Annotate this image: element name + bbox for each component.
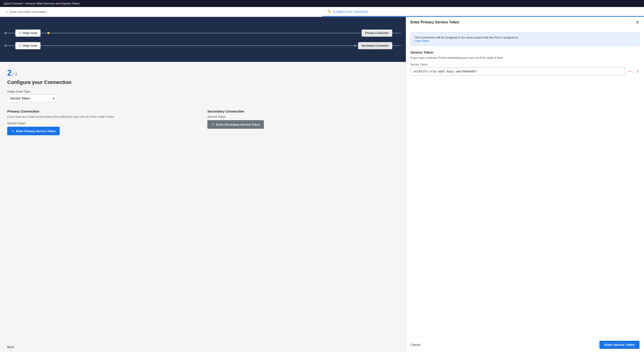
origin-asset-type-label: Origin Asset Type: [7, 90, 398, 93]
enter-service-token-label: Enter Service Token: [604, 343, 634, 347]
origin-asset-type-wrapper: Service Token ▾: [7, 95, 57, 102]
enter-primary-token-label: Enter Primary Service Token: [16, 129, 56, 133]
origin-label-1: Origin Asset: [22, 31, 37, 35]
step2-edit-icon: ✏️: [328, 10, 331, 13]
left-panel: ☐ Origin Asset Primary Connection: [0, 17, 406, 352]
modal-footer: Cancel Enter Service Token: [406, 337, 644, 352]
step-total: / 3: [12, 72, 17, 77]
dot-left-1: [4, 32, 6, 34]
service-token-desc: If you have a Service Token authorizing …: [410, 56, 640, 59]
plus-icon-primary: ＋: [11, 129, 14, 133]
arrow-indicator-icon: ←: [628, 69, 632, 74]
origin-icon-1: ☐: [19, 31, 21, 35]
diagram-line-secondary: ☐ Origin Asset Secondary Connection: [4, 42, 401, 49]
line-2c: [392, 45, 401, 46]
cancel-button[interactable]: Cancel: [410, 343, 420, 347]
yellow-dot-1: [47, 32, 50, 34]
content-area: 2 / 3 Configure your Connection Origin A…: [0, 62, 406, 342]
enter-secondary-token-label: Enter Secondary Service Token: [216, 123, 260, 126]
line-2b: [40, 45, 358, 46]
modal-title: Enter Primary Service Token: [410, 20, 460, 24]
token-input-row: ← ✓: [410, 67, 640, 75]
enter-primary-token-button[interactable]: ＋ Enter Primary Service Token: [7, 127, 60, 135]
step-indicator: 2 / 3: [7, 68, 398, 78]
step-2: ✏️ Configure your Connection: [322, 7, 644, 17]
primary-token-label: Service Token: [7, 122, 198, 125]
close-button[interactable]: ✕: [636, 20, 640, 24]
modal-header: Enter Primary Service Token ✕: [406, 17, 644, 28]
secondary-connection-section: Secondary Connection Service Token ＋ Ent…: [207, 109, 398, 135]
cancel-label: Cancel: [410, 343, 420, 347]
origin-asset-2: ☐ Origin Asset: [15, 42, 40, 49]
primary-connection-label: Primary Connection: [365, 31, 389, 35]
service-token-input[interactable]: [410, 67, 625, 75]
diagram-line-primary: ☐ Origin Asset Primary Connection: [4, 29, 401, 37]
step1-check-icon: ✓: [6, 10, 8, 14]
step2-label: Configure your Connection: [333, 10, 368, 13]
secondary-connection-node: Secondary Connection: [358, 42, 392, 49]
diagram-rows: ☐ Origin Asset Primary Connection: [4, 29, 401, 49]
page-title: Configure your Connection: [7, 79, 398, 85]
top-bar-title: Quick Connect - Amazon Web Services and …: [4, 2, 80, 5]
learn-more-link[interactable]: Learn More: [414, 39, 429, 42]
right-panel: Enter Primary Service Token ✕ This Conne…: [406, 17, 644, 352]
connections-grid: Primary Connection If you have an A-side…: [7, 109, 398, 135]
stepper: ✓ Enter Your AWS Information ✏️ Configur…: [0, 7, 644, 17]
dot-left-2: [4, 45, 6, 47]
service-token-heading: Service Token: [410, 50, 640, 54]
plus-icon-secondary: ＋: [211, 122, 214, 127]
secondary-connection-label: Secondary Connection: [362, 44, 389, 47]
step1-label: Enter Your AWS Information: [10, 10, 46, 13]
line-2a: [6, 45, 15, 46]
info-text: This Connection will be assigned to the …: [414, 36, 519, 39]
token-input-label: Service Token: [410, 63, 640, 66]
secondary-connection-title: Secondary Connection: [207, 109, 398, 113]
primary-connection-section: Primary Connection If you have an A-side…: [7, 109, 198, 135]
check-icon: ✓: [636, 69, 640, 74]
diagram-area: ☐ Origin Asset Primary Connection: [0, 17, 406, 62]
primary-connection-desc: If you have an A-side service token that…: [7, 115, 198, 118]
primary-connection-node: Primary Connection: [362, 29, 392, 37]
origin-icon-2: ☐: [19, 44, 21, 47]
modal-body: This Connection will be assigned to the …: [406, 28, 644, 337]
diagram-content: ☐ Origin Asset Primary Connection: [0, 17, 406, 62]
line-1b: [40, 33, 362, 33]
bottom-bar: Back: [0, 342, 406, 352]
info-box: This Connection will be assigned to the …: [410, 32, 640, 46]
line-1a: [6, 33, 15, 33]
enter-secondary-token-button[interactable]: ＋ Enter Secondary Service Token: [207, 120, 264, 129]
main-layout: ☐ Origin Asset Primary Connection: [0, 17, 644, 352]
origin-asset-1: ☐ Origin Asset: [15, 29, 40, 37]
back-button[interactable]: Back: [7, 345, 14, 349]
enter-service-token-button[interactable]: Enter Service Token: [600, 341, 640, 349]
top-bar: Quick Connect - Amazon Web Services and …: [0, 0, 644, 7]
back-label: Back: [7, 345, 14, 349]
origin-label-2: Origin Asset: [22, 44, 37, 47]
primary-connection-title: Primary Connection: [7, 109, 198, 113]
step-number: 2: [7, 68, 12, 78]
origin-asset-type-select[interactable]: Service Token: [7, 95, 57, 102]
step-1: ✓ Enter Your AWS Information: [0, 7, 322, 17]
secondary-token-label: Service Token: [207, 115, 398, 118]
line-1c: [392, 33, 401, 33]
gray-dot-2: [354, 45, 356, 47]
